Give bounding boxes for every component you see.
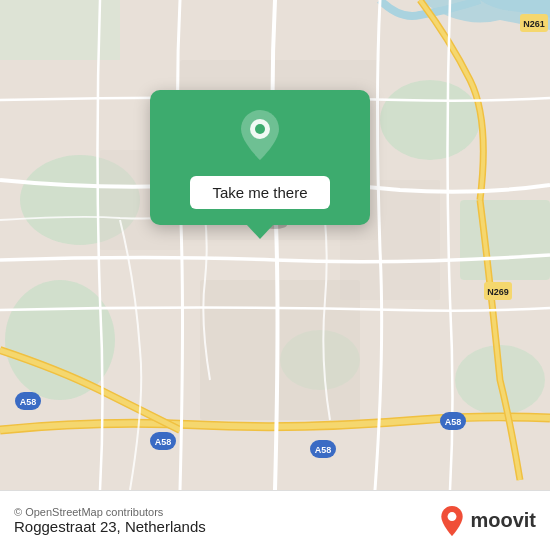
address-text: Roggestraat 23, Netherlands [14, 518, 206, 535]
svg-text:A58: A58 [445, 417, 462, 427]
bottom-bar: © OpenStreetMap contributors Roggestraat… [0, 490, 550, 550]
svg-text:N261: N261 [523, 19, 545, 29]
popup-card: Take me there [150, 90, 370, 225]
svg-text:A58: A58 [20, 397, 37, 407]
svg-point-2 [5, 280, 115, 400]
take-me-there-button[interactable]: Take me there [190, 176, 329, 209]
svg-text:N269: N269 [487, 287, 509, 297]
bottom-left-section: © OpenStreetMap contributors Roggestraat… [14, 506, 206, 535]
svg-text:A58: A58 [155, 437, 172, 447]
svg-rect-9 [200, 280, 360, 420]
map-container[interactable]: N261 N269 A58 A58 A58 A58 Take me there [0, 0, 550, 490]
svg-rect-4 [460, 200, 550, 280]
svg-text:A58: A58 [315, 445, 332, 455]
location-pin-icon [233, 108, 287, 162]
map-background: N261 N269 A58 A58 A58 A58 [0, 0, 550, 490]
svg-point-27 [448, 512, 457, 521]
copyright-text: © OpenStreetMap contributors [14, 506, 206, 518]
moovit-text: moovit [470, 509, 536, 532]
svg-rect-6 [0, 0, 120, 60]
svg-point-3 [380, 80, 480, 160]
svg-point-26 [255, 124, 265, 134]
moovit-pin-icon [438, 505, 466, 537]
moovit-logo: moovit [438, 505, 536, 537]
